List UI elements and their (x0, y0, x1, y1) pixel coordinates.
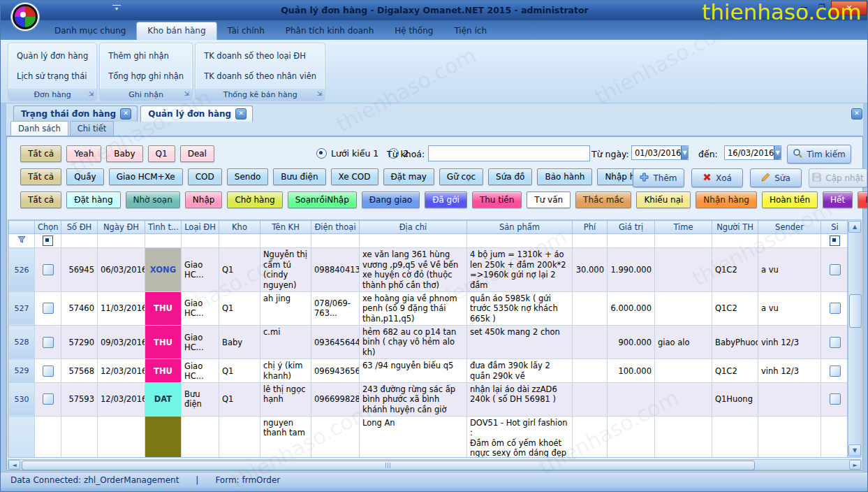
row-checkbox[interactable] (43, 303, 54, 314)
filter-type-giao-hcm-xe[interactable]: Giao HCM+Xe (109, 168, 183, 185)
cell-dien_thoai[interactable]: 0966998282 (311, 382, 360, 416)
column-header-t-nh-t[interactable]: Tình t... (145, 221, 182, 234)
cell-si[interactable] (821, 382, 848, 416)
row-indicator[interactable]: 528 (9, 326, 35, 359)
filter-status-th-c-m-c[interactable]: Thắc mắc (575, 191, 631, 208)
xo-button[interactable]: Xoá (691, 168, 743, 187)
column-header-s-n-ph-m[interactable]: Sản phẩm (467, 221, 573, 234)
filter-cell-sender[interactable] (758, 234, 821, 248)
cell-kho[interactable]: Q1 (219, 382, 260, 416)
cell-sender[interactable]: a vu (758, 291, 821, 325)
filter-cell-phi[interactable] (573, 234, 608, 248)
row-checkbox[interactable] (830, 303, 841, 314)
ribbon-tab-h-th-ng[interactable]: Hệ thống (384, 22, 443, 40)
filter-type-g-c-c[interactable]: Gữ cọc (439, 168, 483, 185)
grid-style-1-radio[interactable] (316, 148, 327, 159)
cell-phi[interactable] (573, 382, 608, 416)
cell-dia_chi[interactable]: xe hoàng gia về phnom penh (số 9 đặng th… (360, 291, 467, 325)
cell-gia_tri[interactable]: 6.000.000 (608, 291, 655, 325)
cell-sender[interactable] (758, 382, 821, 416)
cell-si[interactable] (821, 417, 848, 458)
cell-ngay_dh[interactable]: 09/03/2016 (98, 326, 145, 359)
filter-type-t-t-c[interactable]: Tất cả (20, 168, 61, 185)
horizontal-scrollbar[interactable]: ◄ ► (8, 459, 862, 470)
cell-kho[interactable]: Q1 (219, 248, 260, 292)
cell-dien_thoai[interactable]: 0936456444 (311, 326, 360, 359)
cell-dia_chi[interactable]: 63 /94 nguyễn biếu q5 (360, 359, 467, 383)
filter-cell-kho[interactable] (219, 234, 260, 248)
th-m-button[interactable]: Thêm (633, 168, 684, 187)
filter-cell-tinh_trang[interactable] (145, 234, 182, 248)
column-header-ch-n[interactable]: Chọn (35, 221, 61, 234)
cell-tinh_trang[interactable]: THU (145, 291, 182, 325)
cell-chon[interactable] (35, 326, 61, 359)
doc-tab-tr-ng-th-i-n-h-ng[interactable]: Trạng thái đơn hàng✕ (13, 106, 138, 122)
ribbon-button-l-ch-s-tr-ng-th-i[interactable]: Lịch sử trạng thái (14, 70, 91, 82)
filter-cell-dia_chi[interactable] (360, 234, 467, 248)
cell-si[interactable] (821, 359, 848, 383)
filter-status-ch-h-ng[interactable]: Chờ hàng (227, 191, 282, 208)
cell-nguoi_th[interactable]: Q1Huong (712, 382, 758, 416)
filter-cell-gia_tri[interactable] (608, 234, 655, 248)
filter-type-cod[interactable]: COD (188, 168, 222, 185)
document-tabs-close-icon[interactable]: ✕ (851, 108, 862, 120)
row-checkbox[interactable] (830, 337, 841, 348)
sub-tab-danh-s-ch[interactable]: Danh sách (10, 121, 68, 136)
cell-chon[interactable] (35, 359, 61, 383)
filter-type-sendo[interactable]: Sendo (227, 168, 269, 185)
cell-phi[interactable] (573, 291, 608, 325)
filter-type-b-o-h-nh[interactable]: Bảo hành (537, 168, 592, 185)
row-checkbox[interactable] (830, 393, 841, 405)
cell-sender[interactable]: vinh 12/3 (758, 326, 821, 359)
cell-san_pham[interactable]: quần áo 5985k ( gứi trước 5350k nợ khách… (467, 291, 573, 325)
filter-status-nh-so-n[interactable]: Nhờ soạn (126, 191, 180, 208)
filter-channel-yeah[interactable]: Yeah (66, 145, 101, 162)
filter-channel-t-t-c[interactable]: Tất cả (20, 145, 61, 162)
cell-sender[interactable] (758, 417, 821, 458)
ribbon-button-tk-doanh-s-theo-nh-n-vi-n[interactable]: TK doanh số theo nhân viên (201, 70, 319, 82)
filter-cell-dien_thoai[interactable] (311, 234, 360, 248)
filter-type-t-may[interactable]: Đặt may (383, 168, 434, 185)
cell-san_pham[interactable]: 4 bộ jum = 1310k + áo len 250k + đầm 200… (467, 248, 573, 292)
cell-gia_tri[interactable]: 900.000 (608, 326, 655, 359)
filter-status-ho-n-ti-n[interactable]: Hoàn tiền (762, 191, 818, 208)
cell-ten_kh[interactable]: lê thị ngọc hạnh (260, 382, 311, 416)
column-header-a-ch[interactable]: Địa chỉ (360, 221, 467, 234)
filter-cell-chon[interactable] (35, 234, 61, 248)
column-header-t-n-kh[interactable]: Tên KH (260, 221, 311, 234)
cell-kho[interactable]: Q1 (219, 291, 260, 325)
column-header-ng-y-h[interactable]: Ngày ĐH (98, 221, 145, 234)
row-checkbox[interactable] (830, 264, 841, 275)
cell-ten_kh[interactable]: c.mi (260, 326, 311, 359)
from-date-field[interactable]: 01/03/2016 ▼ (631, 145, 689, 160)
ribbon-button-qu-n-l-n-h-ng[interactable]: Quản lý đơn hàng (14, 50, 91, 62)
cell-nguoi_th[interactable]: Q1C2 (712, 248, 758, 292)
filter-channel-q1[interactable]: Q1 (148, 145, 175, 162)
cell-dien_thoai[interactable]: 0988404130 (311, 248, 360, 292)
row-checkbox[interactable] (43, 264, 54, 275)
cell-kho[interactable]: Q1 (219, 359, 260, 383)
cell-loai_dh[interactable]: Giao HC... (182, 326, 219, 359)
filter-type-s-a[interactable]: Sứa đồ (488, 168, 532, 185)
ribbon-button-tk-doanh-s-theo-lo-i-h[interactable]: TK doanh số theo loại ĐH (201, 50, 319, 62)
cell-ten_kh[interactable]: chị ý (kim khanh) (260, 359, 311, 383)
maximize-button[interactable]: ❐ (813, 1, 831, 13)
cell-gia_tri[interactable] (608, 382, 655, 416)
column-header-time[interactable]: Time (655, 221, 712, 234)
cell-san_pham[interactable]: set 450k mang 2 chon (467, 326, 573, 359)
cell-gia_tri[interactable]: 1.990.000 (608, 248, 655, 292)
filter-channel-baby[interactable]: Baby (106, 145, 142, 162)
scroll-right-icon[interactable]: ► (849, 460, 861, 470)
tab-close-icon[interactable]: ✕ (120, 108, 131, 120)
column-header-s-h[interactable]: Số ĐH (61, 221, 98, 234)
column-header-kho[interactable]: Kho (219, 221, 260, 234)
doc-tab-qu-n-l-n-h-ng[interactable]: Quản lý đơn hàng✕ (140, 106, 253, 122)
filter-status-nh-p[interactable]: Nhập (185, 191, 223, 208)
sub-tab-chi-ti-t[interactable]: Chi tiết (70, 121, 114, 136)
column-header-gi-tr[interactable]: Giá trị (608, 221, 655, 234)
cell-so_dh[interactable]: 57290 (61, 326, 98, 359)
cell-tinh_trang[interactable]: DAT (145, 382, 182, 416)
cell-time[interactable] (655, 417, 712, 458)
row-checkbox[interactable] (43, 393, 54, 405)
filter-status-t-h-ng[interactable]: Đặt hàng (66, 191, 120, 208)
